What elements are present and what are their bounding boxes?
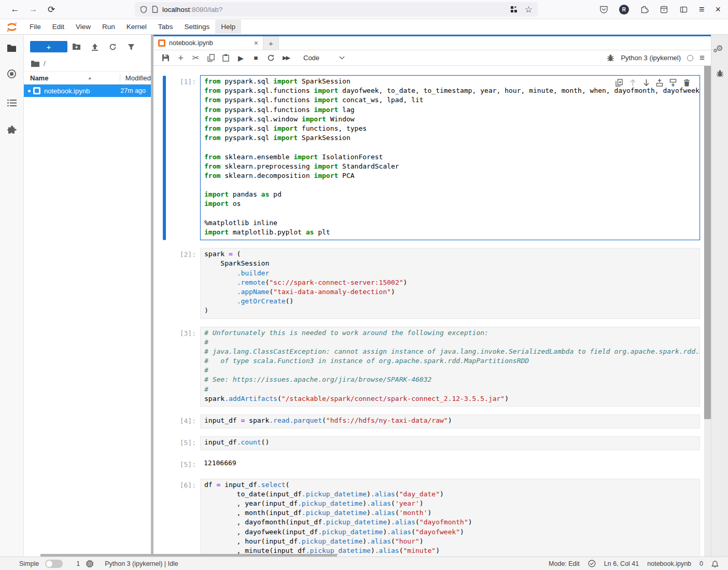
insert-below-icon[interactable] bbox=[668, 78, 678, 87]
insert-above-icon[interactable] bbox=[655, 78, 664, 87]
cell-type-dropdown[interactable]: Code bbox=[300, 53, 348, 63]
kernel-status-text[interactable]: Python 3 (ipykernel) | Idle bbox=[105, 560, 178, 567]
add-cell-icon[interactable]: + bbox=[174, 52, 188, 64]
new-tab-button[interactable]: + bbox=[263, 36, 279, 50]
menu-file[interactable]: File bbox=[24, 20, 47, 34]
file-modified: 27m ago bbox=[120, 87, 146, 94]
menu-view[interactable]: View bbox=[70, 20, 96, 34]
code-editor[interactable]: from pyspark.sql import SparkSessionfrom… bbox=[200, 75, 700, 240]
output-prompt: [5]: bbox=[166, 458, 200, 470]
url-bar[interactable]: localhost:8080/lab? ☆ bbox=[135, 2, 538, 17]
save-icon[interactable] bbox=[159, 52, 173, 64]
page-actions-grid-icon[interactable] bbox=[510, 6, 517, 13]
code-editor[interactable]: spark = ( SparkSession .builder .remote(… bbox=[200, 248, 700, 318]
forward-icon[interactable]: → bbox=[25, 2, 41, 17]
notification-count[interactable]: 0 bbox=[699, 560, 703, 567]
account-avatar[interactable]: R bbox=[619, 5, 629, 15]
code-editor[interactable]: df = input_df.select( to_date(input_df.p… bbox=[200, 479, 700, 557]
file-browser-tab-icon[interactable] bbox=[7, 43, 17, 53]
trust-shield-icon[interactable] bbox=[588, 560, 596, 567]
output-text: 12106669 bbox=[200, 458, 700, 470]
file-row-selected[interactable]: notebook.ipynb 27m ago bbox=[24, 85, 151, 97]
menu-edit[interactable]: Edit bbox=[47, 20, 70, 34]
window-close-icon[interactable]: × bbox=[715, 5, 721, 14]
kernel-chip-icon[interactable] bbox=[86, 560, 93, 567]
code-editor[interactable]: input_df.count() bbox=[200, 436, 700, 450]
extension-manager-icon[interactable] bbox=[7, 124, 17, 135]
sidebar-toggle-icon[interactable] bbox=[679, 5, 688, 14]
restart-icon[interactable] bbox=[264, 52, 278, 64]
paste-icon[interactable] bbox=[219, 52, 233, 64]
simple-mode-toggle[interactable] bbox=[45, 560, 63, 568]
status-bar: Simple 1 Python 3 (ipykernel) | Idle Mod… bbox=[0, 557, 728, 570]
kernel-status-circle[interactable] bbox=[687, 55, 693, 61]
notebook-panel: notebook.ipynb × + + ✂ ▶ ■ ▶▶ C bbox=[153, 35, 711, 557]
debugger-sidebar-icon[interactable] bbox=[716, 69, 724, 77]
menu-help[interactable]: Help bbox=[215, 20, 241, 34]
restart-run-all-icon[interactable]: ▶▶ bbox=[279, 52, 293, 64]
move-up-icon[interactable] bbox=[628, 78, 637, 87]
code-editor[interactable]: # Unfortunately this is needed to work a… bbox=[200, 327, 700, 407]
code-cell: [5]:input_df.count() bbox=[163, 436, 704, 450]
code-cell: [1]:from pyspark.sql import SparkSession… bbox=[163, 75, 704, 240]
toolbar-menu-icon[interactable]: ≡ bbox=[699, 53, 705, 63]
cursor-position[interactable]: Ln 6, Col 41 bbox=[604, 560, 639, 567]
sort-ascending-icon: ▲ bbox=[88, 76, 120, 80]
menu-settings[interactable]: Settings bbox=[178, 20, 215, 34]
code-editor[interactable]: input_df = spark.read.parquet("hdfs://hd… bbox=[200, 414, 700, 428]
back-icon[interactable]: ← bbox=[7, 2, 23, 17]
upload-icon[interactable] bbox=[86, 40, 104, 53]
output-area: [5]:12106669 bbox=[163, 458, 704, 470]
menu-kernel[interactable]: Kernel bbox=[121, 20, 152, 34]
menu-run[interactable]: Run bbox=[96, 20, 121, 34]
shield-icon[interactable] bbox=[140, 6, 147, 13]
jupyter-menubar: FileEditViewRunKernelTabsSettingsHelp bbox=[0, 19, 728, 35]
menu-tabs[interactable]: Tabs bbox=[152, 20, 179, 34]
kernel-name[interactable]: Python 3 (ipykernel) bbox=[621, 54, 681, 62]
new-folder-icon[interactable] bbox=[67, 40, 86, 53]
notebook-tab[interactable]: notebook.ipynb × bbox=[153, 36, 263, 50]
filter-icon[interactable] bbox=[122, 40, 140, 53]
extensions-icon[interactable] bbox=[640, 5, 649, 14]
browser-toolbar: ← → ⟳ localhost:8080/lab? ☆ R ≡ bbox=[0, 0, 728, 19]
tab-close-icon[interactable]: × bbox=[254, 39, 258, 47]
statusbar-filename[interactable]: notebook.ipynb bbox=[647, 560, 691, 567]
unsaved-dot bbox=[28, 90, 31, 92]
column-modified: Modified bbox=[120, 74, 151, 82]
new-launcher-button[interactable]: + bbox=[30, 41, 67, 52]
copy-icon[interactable] bbox=[204, 52, 218, 64]
reload-icon[interactable]: ⟳ bbox=[44, 2, 59, 17]
input-prompt: [6]: bbox=[166, 479, 200, 557]
run-icon[interactable]: ▶ bbox=[234, 52, 248, 64]
mode-indicator[interactable]: Mode: Edit bbox=[549, 560, 580, 567]
scrollbar-thumb[interactable] bbox=[704, 66, 711, 419]
running-sessions-icon[interactable] bbox=[7, 68, 17, 79]
file-list-header[interactable]: Name ▲ Modified bbox=[24, 71, 151, 85]
file-browser-toolbar: + bbox=[24, 35, 151, 55]
tab-bar: notebook.ipynb × + bbox=[153, 36, 711, 50]
pocket-icon[interactable] bbox=[599, 5, 608, 14]
move-down-icon[interactable] bbox=[641, 78, 651, 87]
library-icon[interactable] bbox=[660, 5, 668, 14]
page-info-icon[interactable] bbox=[152, 6, 158, 13]
duplicate-cell-icon[interactable] bbox=[614, 78, 624, 87]
input-prompt: [3]: bbox=[166, 327, 200, 407]
cut-icon[interactable]: ✂ bbox=[189, 52, 203, 64]
browser-menu-icon[interactable]: ≡ bbox=[699, 5, 705, 14]
table-of-contents-icon[interactable] bbox=[7, 98, 17, 108]
code-cell: [6]:df = input_df.select( to_date(input_… bbox=[163, 479, 704, 557]
breadcrumb[interactable]: / bbox=[24, 55, 151, 71]
debugger-bug-icon[interactable] bbox=[607, 54, 614, 62]
notebook-file-icon bbox=[33, 87, 40, 94]
property-inspector-icon[interactable]: ⚙⚙ bbox=[716, 44, 723, 52]
url-text[interactable]: localhost:8080/lab? bbox=[162, 6, 510, 13]
notebook-vertical-scrollbar[interactable] bbox=[704, 66, 711, 557]
stop-icon[interactable]: ■ bbox=[249, 52, 263, 64]
jupyter-logo bbox=[0, 21, 24, 33]
refresh-icon[interactable] bbox=[104, 40, 122, 53]
bookmark-star-icon[interactable]: ☆ bbox=[525, 5, 533, 14]
terminal-count[interactable]: 1 bbox=[76, 560, 80, 567]
bell-icon[interactable] bbox=[711, 560, 719, 567]
horizontal-scrollbar-thumb[interactable] bbox=[40, 554, 337, 557]
delete-cell-icon[interactable] bbox=[682, 78, 691, 87]
